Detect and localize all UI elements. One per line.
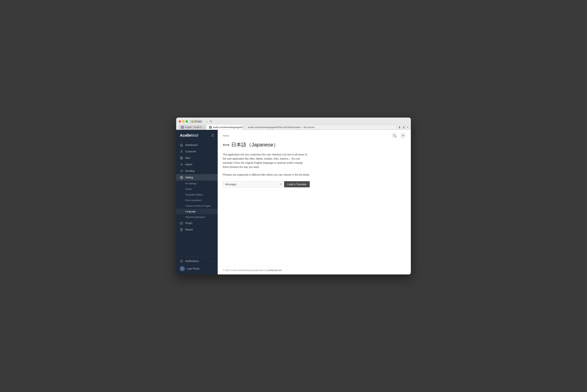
all-settings-label: All settings (185, 182, 197, 185)
private-icon: 🔒 (191, 120, 194, 123)
translate-form: Messages Validation Auth Pagination Pass… (223, 181, 406, 187)
home-icon (180, 143, 183, 146)
download-icon[interactable]: ⬇ (398, 126, 401, 129)
notifications-chevron: › (213, 260, 214, 262)
sidebar-subitem-language[interactable]: Language (176, 208, 218, 214)
address-bar[interactable]: acelle.com/admin/languages/6284e1c453166… (245, 125, 397, 130)
minimize-button[interactable] (182, 120, 184, 122)
user-chevron: › (213, 268, 214, 270)
search-icon: 🔍 (393, 134, 396, 137)
report-label: Report (185, 228, 211, 231)
sidebar-subitem-template-gallery[interactable]: Template Gallery (176, 192, 218, 198)
traffic-lights (179, 120, 188, 122)
sidebar-item-setting[interactable]: Setting ∨ (176, 174, 218, 181)
sidebar-item-report[interactable]: Report › (176, 226, 218, 233)
sidebar-subitem-custom-emails[interactable]: Custom Emails & Pages (176, 203, 218, 208)
main-content: Home 🔍 ☀ ⟺ 日本語（Japanese） The application… (218, 130, 411, 274)
sidebar-item-plan[interactable]: Plan › (176, 155, 218, 161)
nav-buttons: ‹ ↻ (206, 119, 213, 124)
admin-chevron: › (213, 163, 214, 166)
svg-point-5 (181, 163, 182, 164)
load-translate-button[interactable]: Load & Translate (284, 181, 310, 187)
page-title: ⟺ 日本語（Japanese） (223, 141, 406, 148)
notifications-label: Notifications (185, 260, 211, 262)
svg-point-6 (181, 177, 182, 178)
customer-label: Customer (185, 150, 211, 153)
page-description: The application lets you customize the u… (223, 152, 309, 169)
plugin-chevron: › (213, 222, 214, 224)
theme-button[interactable]: ☀ (400, 133, 406, 138)
dashboard-label: Dashboard (185, 144, 214, 146)
sidebar-subitem-all-settings[interactable]: All settings (176, 181, 218, 186)
sidebar-item-admin[interactable]: Admin › (176, 161, 218, 168)
sidebar: AcelleMail ☰ Dashboard (176, 130, 218, 274)
svg-point-0 (181, 150, 182, 152)
plan-label: Plan (185, 156, 211, 160)
sidebar-item-sending[interactable]: Sending › (176, 168, 218, 174)
sidebar-toggle-icon[interactable]: ☰ (211, 134, 214, 138)
sending-label: Sending (185, 170, 211, 172)
plugin-icon (180, 222, 183, 225)
footer-copyright: © 2022. Acelle Email Marketing Applicati… (223, 269, 267, 272)
tab-1[interactable]: M English - Acelle E... (179, 125, 206, 130)
share-icon[interactable]: ⬆ (403, 126, 405, 129)
sidebar-subitem-oauth[interactable]: OAuth (176, 186, 218, 192)
plan-chevron: › (213, 157, 214, 159)
custom-emails-label: Custom Emails & Pages (185, 204, 210, 207)
theme-icon: ☀ (402, 134, 404, 137)
new-tab-icon[interactable]: + (407, 126, 408, 129)
user-name: Luan Pham (187, 267, 211, 270)
back-button[interactable]: ‹ (206, 119, 208, 124)
oauth-label: OAuth (185, 188, 192, 190)
sidebar-logo: AcelleMail ☰ (176, 130, 218, 141)
sidebar-item-customer[interactable]: Customer › (176, 148, 218, 155)
close-button[interactable] (179, 120, 181, 122)
page-body: ⟺ 日本語（Japanese） The application lets you… (218, 138, 411, 266)
user-menu[interactable]: L Luan Pham › (176, 264, 218, 273)
sidebar-item-notifications[interactable]: Notifications › (176, 258, 218, 264)
translate-icon: ⟺ (223, 142, 229, 148)
sidebar-subitem-payment-gateways[interactable]: Payment gateways (176, 214, 218, 220)
sidebar-subitem-form-templates[interactable]: Form templates (176, 198, 218, 203)
browser-controls: 🔒 Private ‹ ↻ (179, 119, 408, 124)
svg-point-10 (182, 260, 182, 261)
tab1-label: English - Acelle E... (185, 126, 203, 128)
reload-button[interactable]: ↻ (209, 119, 213, 124)
customer-chevron: › (213, 150, 214, 152)
plan-icon (180, 156, 183, 160)
admin-icon (180, 163, 183, 166)
language-label: Language (185, 210, 196, 213)
phrase-note: Phrases are organized in different files… (223, 173, 309, 177)
page-title-text: 日本語（Japanese） (231, 141, 278, 148)
file-select[interactable]: Messages Validation Auth Pagination Pass… (223, 181, 284, 187)
admin-label: Admin (185, 163, 211, 166)
svg-marker-7 (181, 222, 183, 224)
footer-link[interactable]: acellemail.com (267, 269, 282, 272)
tabs-row: M English - Acelle E... ⚙ acelle.com/adm… (179, 125, 408, 130)
svg-rect-3 (180, 158, 181, 159)
svg-rect-4 (182, 158, 182, 159)
sidebar-nav: Dashboard Customer › (176, 141, 218, 256)
logo-text: AcelleMail (180, 133, 198, 138)
setting-chevron: ∨ (213, 176, 214, 179)
sidebar-item-plugin[interactable]: Plugin › (176, 220, 218, 226)
private-badge: 🔒 Private (190, 120, 203, 123)
form-templates-label: Form templates (185, 199, 201, 202)
setting-label: Setting (185, 176, 210, 179)
report-icon (180, 228, 183, 231)
notifications-icon (180, 260, 183, 263)
search-button[interactable]: 🔍 (392, 133, 398, 138)
tab-2[interactable]: ⚙ acelle.com/admin/languages/6284e1c4531… (207, 125, 243, 130)
report-chevron: › (213, 228, 214, 230)
svg-rect-1 (180, 157, 181, 158)
maximize-button[interactable] (186, 120, 188, 122)
customer-icon (180, 150, 183, 153)
sidebar-item-dashboard[interactable]: Dashboard (176, 142, 218, 148)
browser-action-icons: ⬇ ⬆ + (398, 126, 408, 129)
sending-chevron: › (213, 170, 214, 172)
browser-chrome: 🔒 Private ‹ ↻ M English - Acelle E... ⚙ … (176, 118, 411, 130)
user-avatar: L (180, 266, 185, 271)
main-header: Home 🔍 ☀ (218, 130, 411, 138)
breadcrumb: Home (223, 134, 229, 137)
sidebar-bottom: Notifications › L Luan Pham › (176, 256, 218, 274)
